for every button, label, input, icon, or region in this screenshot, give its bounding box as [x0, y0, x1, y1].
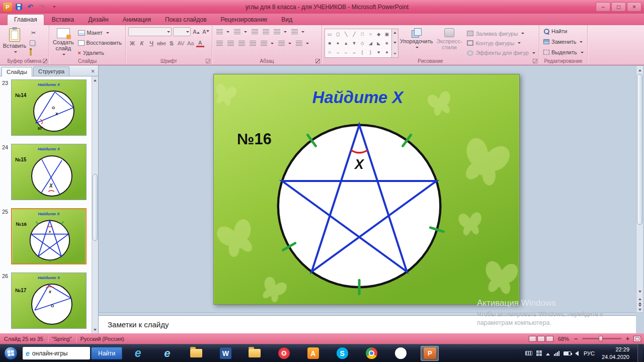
increase-indent-button[interactable] — [261, 27, 271, 36]
shape-icon[interactable]: ← — [344, 50, 348, 55]
line-spacing-button[interactable] — [272, 27, 288, 36]
tab-insert[interactable]: Вставка — [45, 15, 81, 25]
previous-slide-button[interactable] — [636, 297, 643, 304]
zoom-slider-thumb[interactable] — [599, 336, 603, 341]
quick-styles-button[interactable]: Экспресс-стили — [434, 27, 464, 57]
x-angle-label[interactable]: X — [354, 157, 365, 172]
slide-thumbnail-26[interactable]: Найдите X №17 x O — [11, 273, 87, 329]
arrange-button[interactable]: Упорядочить — [400, 27, 433, 57]
shape-icon[interactable]: ◣ — [377, 41, 380, 46]
shape-icon[interactable]: ◇ — [361, 41, 364, 46]
shape-icon[interactable]: ◢ — [369, 41, 372, 46]
layout-button[interactable]: Макет — [76, 28, 123, 37]
tab-view[interactable]: Вид — [275, 15, 299, 25]
tab-slides-thumbnails[interactable]: Слайды — [2, 67, 32, 76]
close-button[interactable]: × — [627, 2, 641, 12]
circle-shape[interactable] — [278, 125, 441, 288]
tab-home[interactable]: Главная — [7, 14, 44, 25]
language-indicator[interactable]: Русский (Россия) — [76, 336, 128, 342]
fit-to-window-button[interactable] — [633, 336, 641, 342]
slide-thumbnail-25-selected[interactable]: Найдите X №16 x — [11, 208, 87, 264]
dialog-launcher-icon[interactable] — [43, 59, 47, 63]
shape-icon[interactable]: ╱ — [353, 32, 355, 37]
slide-sorter-view-button[interactable] — [537, 336, 545, 342]
format-painter-button[interactable] — [28, 48, 39, 57]
undo-button[interactable]: ↶ — [25, 2, 35, 12]
find-button[interactable]: Найти — [542, 27, 585, 36]
shape-icon[interactable]: ○ — [369, 32, 372, 37]
replace-button[interactable]: Заменить — [542, 37, 585, 46]
start-button[interactable] — [4, 346, 18, 360]
tab-design[interactable]: Дизайн — [82, 15, 115, 25]
minimize-button[interactable]: − — [596, 2, 610, 12]
align-left-button[interactable] — [215, 39, 224, 48]
scroll-down-button[interactable] — [636, 289, 643, 296]
dialog-launcher-icon[interactable] — [533, 59, 537, 63]
delete-slide-button[interactable]: × Удалить — [76, 48, 123, 57]
text-direction-button[interactable] — [290, 27, 306, 36]
shrink-font-button[interactable]: А — [202, 28, 210, 36]
slide-thumbnail-23[interactable]: Найдите X №14 O x 80° — [11, 79, 87, 136]
taskbar-app-edge[interactable]: e — [158, 346, 176, 361]
taskbar-app-folder[interactable] — [246, 346, 264, 361]
vertical-scrollbar[interactable] — [636, 65, 643, 313]
character-spacing-button[interactable]: AV — [177, 39, 185, 47]
shape-icon[interactable]: ▼ — [352, 41, 356, 46]
dialog-launcher-icon[interactable] — [206, 59, 210, 63]
shape-icon[interactable]: ▲ — [344, 41, 348, 46]
taskbar-app-ie[interactable]: e — [129, 346, 147, 361]
shape-icon[interactable]: → — [336, 50, 340, 55]
shapes-gallery[interactable]: ▭ ◻ ╲ ╱ □ ○ ◆ ▣ ■ ● ▲ ▼ ◇ ◢ ◣ ★ ☆ — [325, 29, 392, 58]
shape-icon[interactable]: ● — [385, 50, 388, 55]
shape-icon[interactable]: ▣ — [385, 32, 389, 37]
zoom-level[interactable]: 68% — [554, 336, 573, 342]
scroll-up-button[interactable] — [636, 66, 643, 73]
shape-icon[interactable]: □ — [361, 32, 363, 37]
show-desktop-button[interactable] — [637, 344, 643, 362]
save-button[interactable] — [14, 2, 24, 12]
scrollbar-thumb[interactable] — [637, 74, 642, 225]
close-pane-icon[interactable]: × — [91, 68, 95, 74]
shape-effects-button[interactable]: Эффекты для фигур — [465, 49, 537, 57]
search-input[interactable] — [32, 350, 87, 357]
shape-icon[interactable]: ■ — [328, 41, 331, 46]
shape-icon[interactable]: ╲ — [345, 32, 347, 37]
shape-outline-button[interactable]: Контур фигуры — [465, 39, 537, 47]
battery-icon[interactable] — [564, 351, 571, 355]
tab-slideshow[interactable]: Показ слайдов — [158, 15, 213, 25]
shape-icon[interactable]: ↔ — [352, 50, 356, 55]
strikethrough-button[interactable]: abc — [157, 39, 166, 47]
cut-button[interactable]: ✂ — [28, 28, 39, 37]
tab-review[interactable]: Рецензирование — [214, 15, 274, 25]
paste-button[interactable]: Вставить — [3, 27, 27, 57]
shape-icon[interactable]: { — [362, 50, 363, 55]
font-color-button[interactable]: А — [196, 39, 204, 47]
font-size-combo[interactable] — [173, 27, 191, 36]
zoom-in-button[interactable]: + — [625, 335, 630, 342]
reset-slide-button[interactable]: Восстановить — [76, 38, 123, 47]
taskbar-app-explorer[interactable] — [187, 346, 205, 361]
network-icon[interactable] — [554, 350, 559, 356]
taskbar-app-powerpoint-active[interactable]: P — [421, 346, 439, 361]
taskbar-search-box[interactable]: e — [23, 347, 90, 359]
underline-button[interactable]: Ч — [147, 39, 155, 47]
shape-icon[interactable]: ◆ — [377, 32, 380, 37]
tab-outline[interactable]: Структура — [33, 66, 69, 76]
notes-pane[interactable]: Заметки к слайду — [99, 315, 636, 333]
taskbar-clock[interactable]: 22:29 24.04.2020 — [600, 346, 633, 360]
font-name-combo[interactable] — [128, 27, 172, 36]
search-find-button[interactable]: Найти — [91, 347, 122, 359]
language-switcher[interactable]: РУС — [583, 350, 596, 356]
shape-icon[interactable]: ☆ — [328, 50, 332, 55]
current-slide[interactable]: Найдите X №16 X — [213, 74, 520, 305]
zoom-slider[interactable] — [582, 338, 621, 339]
bold-button[interactable]: Ж — [128, 39, 136, 47]
text-shadow-button[interactable]: S — [168, 39, 176, 47]
taskbar-app-a[interactable]: A — [304, 346, 322, 361]
shape-icon[interactable]: ▭ — [328, 32, 332, 37]
convert-smartart-button[interactable] — [294, 39, 310, 48]
powerpoint-logo-icon[interactable]: P — [3, 3, 12, 12]
redo-button[interactable]: ↷ — [37, 2, 47, 12]
task-number-label[interactable]: №16 — [237, 130, 272, 148]
shape-icon[interactable]: ♥ — [377, 50, 380, 55]
